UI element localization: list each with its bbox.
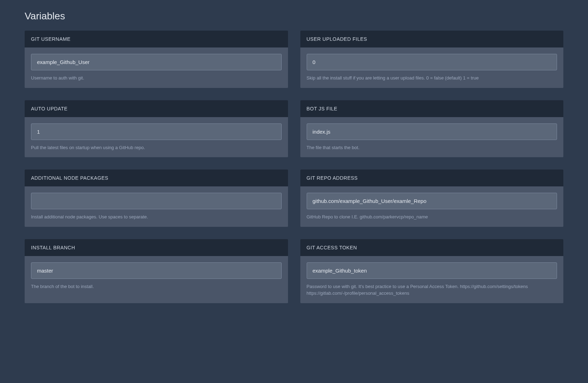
- install-branch-input[interactable]: [31, 262, 282, 279]
- variable-description: Username to auth with git.: [31, 75, 282, 82]
- variable-description: Install additional node packages. Use sp…: [31, 213, 282, 221]
- variable-description: The branch of the bot to install.: [31, 283, 282, 290]
- variable-label: USER UPLOADED FILES: [300, 31, 564, 47]
- variable-card-git-username: GIT USERNAME Username to auth with git.: [25, 31, 288, 88]
- variable-card-install-branch: INSTALL BRANCH The branch of the bot to …: [25, 239, 288, 303]
- variable-body: Username to auth with git.: [25, 47, 288, 88]
- variable-card-additional-node-packages: ADDITIONAL NODE PACKAGES Install additio…: [25, 170, 288, 227]
- variable-description: Pull the latest files on startup when us…: [31, 144, 282, 151]
- variable-card-user-uploaded-files: USER UPLOADED FILES Skip all the install…: [300, 31, 564, 88]
- user-uploaded-files-input[interactable]: [307, 54, 557, 70]
- variable-body: GitHub Repo to clone I.E. github.com/par…: [300, 186, 564, 227]
- variable-description: GitHub Repo to clone I.E. github.com/par…: [307, 213, 557, 221]
- variables-grid: GIT USERNAME Username to auth with git. …: [25, 31, 563, 303]
- variable-card-git-access-token: GIT ACCESS TOKEN Password to use with gi…: [300, 239, 564, 303]
- variable-card-auto-update: AUTO UPDATE Pull the latest files on sta…: [25, 100, 288, 158]
- git-repo-address-input[interactable]: [307, 193, 557, 209]
- variable-body: The branch of the bot to install.: [25, 256, 288, 296]
- auto-update-input[interactable]: [31, 123, 282, 140]
- git-username-input[interactable]: [31, 54, 282, 70]
- bot-js-file-input[interactable]: [307, 123, 557, 140]
- variable-card-bot-js-file: BOT JS FILE The file that starts the bot…: [300, 100, 564, 158]
- additional-node-packages-input[interactable]: [31, 193, 282, 209]
- variable-label: GIT ACCESS TOKEN: [300, 239, 564, 256]
- variable-body: Install additional node packages. Use sp…: [25, 186, 288, 227]
- variable-description: Password to use with git. It's best prac…: [307, 283, 557, 297]
- variable-body: Skip all the install stuff if you are le…: [300, 47, 564, 88]
- variable-label: AUTO UPDATE: [25, 100, 288, 117]
- variable-body: Pull the latest files on startup when us…: [25, 117, 288, 158]
- variable-body: The file that starts the bot.: [300, 117, 564, 158]
- page-title: Variables: [25, 11, 563, 22]
- variable-description: Skip all the install stuff if you are le…: [307, 75, 557, 82]
- variable-label: BOT JS FILE: [300, 100, 564, 117]
- git-access-token-input[interactable]: [307, 262, 557, 279]
- variable-label: INSTALL BRANCH: [25, 239, 288, 256]
- variable-label: ADDITIONAL NODE PACKAGES: [25, 170, 288, 186]
- variable-description: The file that starts the bot.: [307, 144, 557, 151]
- variable-card-git-repo-address: GIT REPO ADDRESS GitHub Repo to clone I.…: [300, 170, 564, 227]
- variable-label: GIT REPO ADDRESS: [300, 170, 564, 186]
- variable-label: GIT USERNAME: [25, 31, 288, 47]
- variable-body: Password to use with git. It's best prac…: [300, 256, 564, 303]
